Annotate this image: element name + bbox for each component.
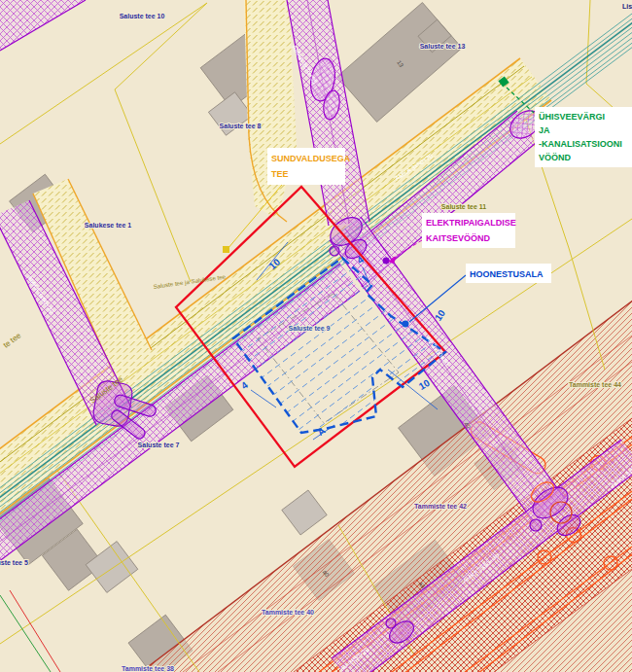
callout-sundvaldusega-tee: SUNDVALDUSEGA TEE [267,148,351,185]
callout-elektripaigaldise-kaitsevoond: ELEKTRIPAIGALDISE KAITSEVÖÖND [422,213,516,248]
parcel-label: Saluste tee 7 [138,442,180,448]
parcel-label: Saluste tee 9 [289,325,331,332]
parcel-label: Saluste tee 11 [441,203,486,210]
map-canvas: 10 4 10 4 10 A AMKA 3x70+35 AMKA 3x50+70… [0,0,632,672]
cable-point-marker [383,258,390,265]
parcel-label-cut: List [622,3,632,10]
parcel-label: Tammiste tee 42 [414,503,467,510]
utility-point-marker [403,321,409,328]
callout-text: ÜHISVEEVÄRGI [539,112,605,122]
callout-hoonestusala: HOONESTUSALA [466,264,551,283]
callout-text: SUNDVALDUSEGA [271,154,351,163]
parcel-label: Saluste tee 10 [120,13,165,19]
callout-veevork-voond: ÜHISVEEVÄRGI JA -KANALISATSIOONI VÖÖND [535,107,632,167]
parcel-label: Saluste tee 13 [420,43,466,50]
callout-text: -KANALISATSIOONI [539,139,622,149]
callout-text: HOONESTUSALA [470,269,544,279]
parcel-label: Saluste tee 5 [0,559,28,566]
callout-text: ELEKTRIPAIGALDISE [426,218,516,228]
parcel-label: Tammiste tee 40 [262,609,314,616]
detail-plan-map: 10 4 10 4 10 A AMKA 3x70+35 AMKA 3x50+70… [0,0,632,672]
parcel-label: Tammiste tee 38 [122,665,174,672]
callout-text: JA [539,125,550,135]
parcel-label: Saluste tee 8 [220,123,262,129]
callout-text: KAITSEVÖÖND [426,233,491,243]
callout-text: VÖÖND [539,153,572,162]
parcel-label: Tammiste tee 44 [569,381,621,388]
parcel-label: Salukese tee 1 [85,222,131,229]
callout-text: TEE [271,169,289,179]
road-marker-square [223,246,229,253]
